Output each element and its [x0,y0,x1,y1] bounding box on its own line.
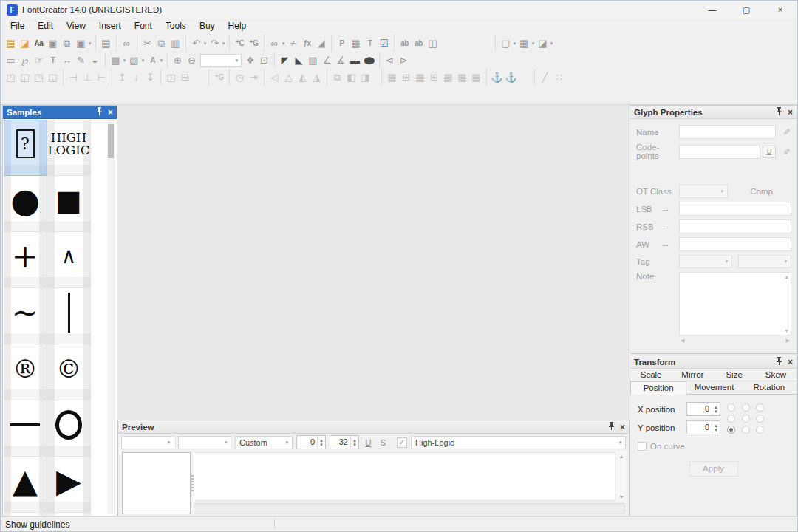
edit-metrics-button[interactable]: ▦ [349,36,363,50]
transform-tab-size[interactable]: Size [714,369,755,381]
anchor-lock-button[interactable]: ⚓ [504,70,518,84]
redo-button-dropdown[interactable]: ▾ [221,41,226,47]
menu-item-file[interactable]: File [4,19,31,33]
import-image-button[interactable]: ▩ [109,53,123,67]
align-center-h-button[interactable]: ◱ [18,70,32,84]
background-image-button[interactable]: ▧ [306,53,320,67]
sample-triangle-left[interactable]: ◀ [47,513,91,516]
sample-triangle-right[interactable]: ▶ [47,457,91,513]
formula-button[interactable]: ƒx [300,36,314,50]
zoom-level-combo[interactable]: ▾ [200,54,242,67]
transform-tab-mirror[interactable]: Mirror [672,369,713,381]
fill-tool[interactable]: ◒ [88,53,102,67]
preview-tracking-spinner[interactable]: 0 ▲▼ [296,435,326,449]
wand-icon[interactable]: ✎ [779,146,791,158]
scroll-right-icon[interactable]: ▶ [786,338,790,344]
save-button[interactable]: ▣ [46,36,60,50]
export-font-button-dropdown[interactable]: ▾ [549,41,554,47]
pin-icon[interactable] [776,357,782,366]
close-icon[interactable]: × [620,422,625,432]
add-characters-button[interactable]: ⁺C [233,36,247,50]
new-edit-window-button-dropdown[interactable]: ▾ [512,41,517,47]
sample-plus[interactable]: + [4,232,47,288]
distribute-left-button[interactable]: ⊣ [66,70,81,84]
x-position-spinner[interactable]: 0 ▲▼ [686,402,720,416]
nav-forward-button[interactable]: ⊳ [397,53,411,67]
close-button[interactable]: × [763,1,797,18]
rotate-right-button[interactable]: ◮ [310,70,324,84]
grid-snap-button[interactable]: ▦ [413,70,427,84]
pin-icon[interactable] [608,422,615,432]
import-text-button[interactable]: T [363,36,377,50]
align-top-v-button[interactable]: ↥ [115,70,129,84]
transform-history-button[interactable]: ◷ [233,70,247,84]
properties-settings-button[interactable]: P [335,36,349,50]
strikeout-toggle[interactable]: S [378,438,389,447]
eraser-button[interactable]: ◢ [314,36,328,50]
close-icon[interactable]: × [108,107,113,117]
rect-select-tool[interactable]: ▭ [4,53,18,67]
sample-triangle-up[interactable]: ▲ [4,457,47,513]
glyph-group-button[interactable]: ⁺G [212,70,226,84]
center-v-button[interactable]: ↕ [129,70,143,84]
grid-view-button[interactable]: ▦ [455,70,469,84]
anchor-radio-4[interactable] [742,415,750,423]
redo-button[interactable]: ↷ [208,36,222,50]
find-button[interactable]: ∞ [120,36,134,50]
preview-subfamily-select[interactable]: ▾ [178,436,231,449]
rectangle-tool[interactable]: ▬ [348,53,362,67]
sample-circle-outline[interactable] [47,400,91,457]
grid-lock-2-button[interactable]: ▦ [469,70,483,84]
intersect-contours-button[interactable]: ◧ [344,70,358,84]
tag-select-2[interactable]: ▾ [738,255,791,268]
menu-item-font[interactable]: Font [128,19,159,33]
spin-down-icon[interactable]: ▼ [714,409,718,414]
sample-caret[interactable]: ∧ [47,232,91,288]
zoom-out-button[interactable]: ⊖ [185,53,199,67]
sample-registered-sign[interactable]: ® [4,344,47,400]
nav-back-button[interactable]: ⊲ [383,53,397,67]
font-properties-button[interactable]: Aa [32,36,46,50]
print-button[interactable]: ▤ [99,36,113,50]
codepoints-input[interactable] [679,145,760,159]
anchor-radio-6[interactable] [727,426,735,434]
draw-point-button[interactable]: ∡ [334,53,348,67]
slope-button[interactable]: ╱ [538,70,552,84]
new-font-button[interactable]: ▤ [4,36,18,50]
install-font-button[interactable]: ◫ [426,36,440,50]
note-textarea[interactable]: ▲ ▼ [679,272,791,335]
label-color-button[interactable]: A [146,53,160,67]
close-icon[interactable]: × [788,357,793,367]
sample-vertical-bar[interactable] [47,288,91,344]
hatch-style-button-dropdown[interactable]: ▾ [140,58,146,64]
undo-button-dropdown[interactable]: ▾ [202,41,208,47]
anchor-radio-3[interactable] [727,415,735,423]
sample-triangle-down[interactable]: ▼ [4,513,47,516]
transform-tab-skew[interactable]: Skew [755,369,797,381]
open-font-button[interactable]: ◪ [18,36,32,50]
rsb-input[interactable] [679,219,791,233]
ot-class-select[interactable]: ▾ [679,185,728,198]
points-display-button[interactable]: ∷ [552,70,566,84]
zoom-region-button[interactable]: ⊡ [257,53,271,67]
paste-button[interactable]: ▥ [168,36,183,50]
add-glyphs-button[interactable]: ⁺G [247,36,261,50]
scroll-left-icon[interactable]: ◀ [681,338,684,344]
align-right-button[interactable]: ◳ [32,70,46,84]
center-glyph-v-button[interactable]: ⊟ [178,70,192,84]
unicode-picker-button[interactable]: U [763,146,776,158]
draw-tool[interactable]: ✎ [74,53,88,67]
pin-icon[interactable] [776,107,782,117]
align-bottom-button[interactable]: ◲ [46,70,60,84]
anchor-radio-8[interactable] [756,426,764,434]
measure-tool[interactable]: ↔ [60,53,74,67]
sample-filled-square[interactable]: ■ [47,176,91,232]
preview-checkbox[interactable]: ✓ [397,437,407,448]
menu-item-insert[interactable]: Insert [92,19,128,33]
y-position-spinner[interactable]: 0 ▲▼ [686,420,720,434]
preview-size-spinner[interactable]: 32 ▲▼ [330,435,359,449]
point-mode-button[interactable]: ◣ [292,53,306,67]
name-input[interactable] [679,125,776,139]
scroll-up-icon[interactable]: ▲ [784,274,789,279]
preview-hscrollbar[interactable] [194,503,625,514]
